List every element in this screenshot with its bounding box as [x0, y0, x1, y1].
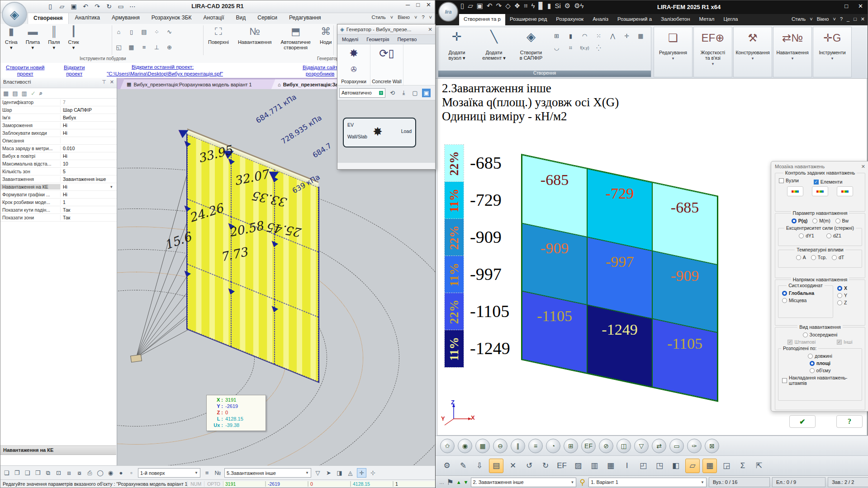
- truss-icon[interactable]: ⋀: [608, 32, 617, 40]
- chart-icon[interactable]: ▊: [539, 2, 544, 10]
- apply-icon[interactable]: ✓: [31, 90, 36, 97]
- close-icon[interactable]: ✕: [110, 79, 114, 85]
- lamp-icon[interactable]: ⚲: [579, 475, 586, 488]
- cylinder-icon[interactable]: ▮: [566, 32, 575, 40]
- help-menu[interactable]: ?: [840, 16, 843, 22]
- redo-icon[interactable]: ↷: [496, 2, 502, 10]
- lamp-off-icon[interactable]: ◯: [96, 469, 104, 477]
- Редагування-panel[interactable]: ❏Редагування▾: [654, 27, 693, 77]
- close-icon[interactable]: ✕: [861, 164, 865, 170]
- overlay-checkbox[interactable]: Накладання навантажень-штампів: [782, 375, 861, 386]
- roof-icon[interactable]: ⌂: [114, 28, 123, 36]
- Жорсткості-та в'язі-panel[interactable]: EF⊕Жорсткості та в'язі▾: [693, 27, 732, 77]
- property-row[interactable]: Навантаження на КЕНі▾: [0, 183, 117, 191]
- si-icon[interactable]: Si: [555, 2, 560, 10]
- load-values-button-3[interactable]: [837, 186, 853, 196]
- pan-select-icon[interactable]: ◉: [458, 439, 472, 453]
- numbering-icon[interactable]: №: [213, 469, 222, 477]
- a-radio[interactable]: A: [796, 255, 806, 260]
- area-radio[interactable]: площі: [810, 360, 830, 366]
- help-button[interactable]: ?: [836, 415, 863, 428]
- x-radio[interactable]: X: [837, 285, 847, 291]
- slab-icon[interactable]: ◱: [114, 43, 123, 52]
- maximize-button[interactable]: □: [844, 3, 848, 9]
- export-floor-icon[interactable]: ⎙: [85, 469, 94, 477]
- brick-wall-icon[interactable]: ▦: [604, 459, 617, 473]
- floor-down-icon[interactable]: ❒: [33, 469, 42, 477]
- load-case-combo[interactable]: 5.Завантаження інше▼: [224, 468, 311, 478]
- Навантаження-panel[interactable]: ⇄№Навантаження▾: [773, 27, 812, 77]
- tab-Створення[interactable]: Створення: [28, 13, 69, 24]
- pq-radio[interactable]: P(q): [792, 218, 807, 223]
- z-radio[interactable]: Z: [837, 300, 847, 305]
- property-row[interactable]: ЗавантаженняЗавантаження інше: [0, 175, 117, 183]
- help-menu[interactable]: ?: [422, 14, 424, 20]
- checked-list-icon[interactable]: ▥: [22, 90, 27, 97]
- Стіна-button[interactable]: ▮Стіна▾: [3, 25, 19, 52]
- Стик-button[interactable]: ┃Стик▾: [66, 25, 81, 52]
- tab-Розширене ред[interactable]: Розширене ред: [505, 14, 551, 25]
- arc-icon[interactable]: ◡: [552, 43, 561, 52]
- contour-active-icon[interactable]: ▱: [685, 459, 700, 473]
- mosaic-cell[interactable]: -1249: [587, 305, 652, 387]
- property-row[interactable]: Вибух в повітріНі: [0, 152, 117, 160]
- tab-Розширений а[interactable]: Розширений а: [613, 14, 656, 25]
- minimize-button[interactable]: ─: [406, 1, 410, 8]
- block-icon[interactable]: ▤: [140, 28, 148, 36]
- tab-Армування[interactable]: Армування: [106, 13, 145, 24]
- stage-redo-icon[interactable]: ↻: [539, 459, 552, 473]
- link-recent-project-path[interactable]: "C:\Users\Marina\Desktop\Вибух презентац…: [107, 71, 223, 77]
- copy-floor-icon[interactable]: ❏: [2, 469, 11, 477]
- create-in-sapfir-button[interactable]: ◈Створити в САПФІР: [513, 30, 549, 61]
- tab-Розрахунок ЗБК[interactable]: Розрахунок ЗБК: [146, 13, 197, 24]
- local-axes-12-icon[interactable]: ✕: [506, 459, 520, 473]
- package-icon[interactable]: ❖: [514, 2, 520, 10]
- lamp-dot-icon[interactable]: ●: [117, 469, 125, 477]
- tcp-radio[interactable]: Tср.: [811, 255, 827, 260]
- elements-checkbox[interactable]: ✓Елементи: [814, 179, 843, 185]
- move-node-icon[interactable]: ✛: [622, 32, 631, 40]
- panel-element-icon[interactable]: ◧: [669, 459, 683, 473]
- z-fxy-icon[interactable]: f(x,y): [580, 43, 589, 52]
- anchor-icon[interactable]: ⊥: [152, 43, 161, 52]
- mosaic-plate[interactable]: -685-729-685-909-997-909-1105-1249-1105: [521, 154, 718, 402]
- property-row[interactable]: Описання: [0, 137, 117, 145]
- Навантаження-button[interactable]: №Навантаження: [236, 25, 274, 51]
- move-step-icon[interactable]: ⊹: [369, 469, 377, 477]
- Поверхні-button[interactable]: ⛶Поверхні: [206, 25, 231, 51]
- door-icon[interactable]: ▯: [127, 28, 136, 36]
- global-radio[interactable]: Глобальна: [782, 290, 814, 296]
- mesh-icon[interactable]: ▦: [636, 32, 645, 40]
- i-beam-icon[interactable]: Ι: [620, 459, 634, 473]
- book-open-icon[interactable]: ⧈: [65, 469, 73, 477]
- mosaic-cell[interactable]: -909: [652, 251, 717, 332]
- style-menu[interactable]: Стиль: [371, 14, 385, 20]
- node-input-ev[interactable]: EV: [347, 122, 354, 128]
- select-polygon-icon[interactable]: ✩: [440, 439, 455, 453]
- floor-num-icon[interactable]: ⊡: [54, 469, 63, 477]
- link-open-project[interactable]: Відкрити проект: [64, 64, 85, 77]
- dome-icon[interactable]: ◠: [580, 32, 589, 40]
- projection-view-icon[interactable]: ≡: [528, 439, 543, 453]
- mesh-active-icon[interactable]: ▦: [702, 459, 717, 473]
- column-load-icon[interactable]: ▥: [588, 459, 601, 473]
- doc-tab-model[interactable]: ▦ Вибух_презентація:Розрахункова модель …: [120, 79, 283, 90]
- Паля-button[interactable]: ║Паля▾: [46, 25, 62, 52]
- axes-grid-icon[interactable]: ⁘: [152, 28, 161, 36]
- mosaic-cell[interactable]: -729: [587, 169, 652, 251]
- mosaic-cell[interactable]: -685: [652, 183, 717, 265]
- sum-loads-icon[interactable]: Σ: [736, 459, 749, 473]
- import-icon[interactable]: ⤓: [399, 89, 408, 97]
- load-values-button-2[interactable]: [812, 186, 828, 196]
- load-grid-icon[interactable]: ⁙: [594, 32, 603, 40]
- generator-tab-Перетво[interactable]: Перетво: [398, 37, 417, 42]
- list-icon[interactable]: ▤: [12, 90, 18, 97]
- other-checkbox[interactable]: ✓Інші: [837, 339, 852, 345]
- new-doc-icon[interactable]: ▯: [460, 2, 464, 10]
- dt-radio[interactable]: dT: [832, 255, 844, 260]
- tab-Редагування[interactable]: Редагування: [284, 13, 327, 24]
- load-values-button-1[interactable]: [787, 186, 803, 196]
- spline-icon[interactable]: ∿: [165, 28, 174, 36]
- frame-3d-icon[interactable]: ⌗: [566, 43, 575, 52]
- mosaic-cell[interactable]: -685: [522, 155, 587, 237]
